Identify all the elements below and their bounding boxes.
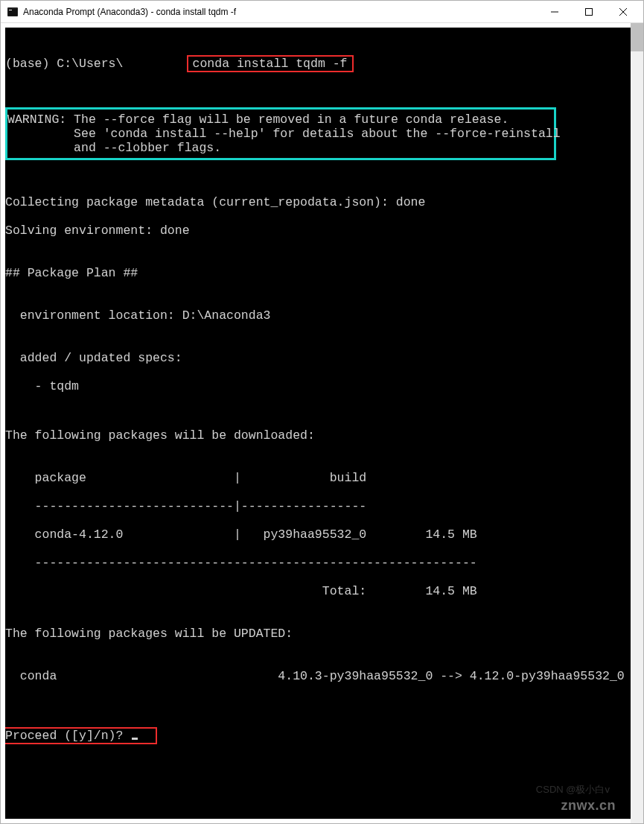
table-rule: ----------------------------------------…	[5, 556, 631, 570]
app-icon	[7, 6, 19, 18]
warning-highlight: WARNING: The --force flag will be remove…	[5, 107, 556, 160]
table-total: Total: 14.5 MB	[5, 584, 631, 598]
window-title: Anaconda Prompt (Anaconda3) - conda inst…	[23, 7, 538, 17]
updates-header: The following packages will be UPDATED:	[5, 612, 631, 641]
status-line: Collecting package metadata (current_rep…	[5, 174, 631, 209]
cursor	[132, 738, 138, 740]
table-rule: ---------------------------|------------…	[5, 499, 631, 513]
proceed-highlight: Proceed ([y]/n)?	[4, 727, 157, 744]
status-line: Solving environment: done	[5, 224, 631, 238]
svg-rect-4	[586, 8, 593, 15]
warning-line: See 'conda install --help' for details a…	[7, 127, 552, 141]
close-button[interactable]	[606, 1, 640, 22]
window-frame: Anaconda Prompt (Anaconda3) - conda inst…	[0, 0, 644, 824]
warning-line: WARNING: The --force flag will be remove…	[7, 112, 552, 127]
vertical-scrollbar[interactable]	[631, 23, 643, 823]
command-text: conda install tqdm -f	[193, 57, 348, 71]
specs-header: added / updated specs:	[5, 337, 631, 365]
titlebar[interactable]: Anaconda Prompt (Anaconda3) - conda inst…	[1, 1, 643, 23]
watermark-site: znwx.cn	[561, 799, 616, 813]
spec-item: - tqdm	[5, 379, 631, 393]
warning-line: and --clobber flags.	[7, 141, 552, 155]
command-highlight: conda install tqdm -f	[187, 55, 354, 72]
terminal-output[interactable]: (base) C:\Users\ conda install tqdm -f W…	[1, 23, 631, 823]
table-row: conda 4.10.3-py39haa95532_0 --> 4.12.0-p…	[5, 655, 631, 683]
client-area: (base) C:\Users\ conda install tqdm -f W…	[1, 23, 643, 823]
plan-header: ## Package Plan ##	[5, 252, 631, 280]
minimize-button[interactable]	[538, 1, 572, 22]
prompt-prefix: (base) C:\Users\	[5, 57, 123, 71]
table-row: conda-4.12.0 | py39haa95532_0 14.5 MB	[5, 527, 631, 542]
scrollbar-thumb[interactable]	[631, 23, 643, 51]
proceed-prompt: Proceed ([y]/n)?	[5, 729, 130, 743]
maximize-button[interactable]	[572, 1, 606, 22]
table-header: package | build	[5, 457, 631, 485]
env-location: environment location: D:\Anaconda3	[5, 294, 631, 323]
downloads-header: The following packages will be downloade…	[5, 408, 631, 443]
svg-rect-2	[9, 10, 12, 10]
watermark-credit: CSDN @极小白v	[536, 782, 610, 796]
